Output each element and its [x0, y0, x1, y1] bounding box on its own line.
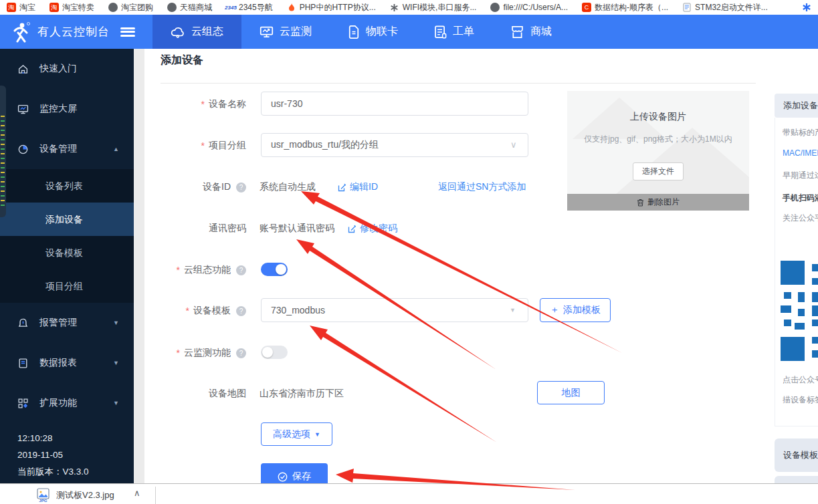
- page-title: 添加设备: [161, 53, 203, 68]
- bookmark-item[interactable]: PHP中的HTTP协议...: [287, 2, 376, 13]
- bookmark-item[interactable]: 天猫商城: [167, 2, 212, 13]
- required-mark: *: [201, 140, 205, 151]
- edit-id-link[interactable]: 编辑ID: [338, 181, 378, 193]
- add-template-button[interactable]: ＋ 添加模板: [540, 298, 611, 322]
- help-text: 点击公众号: [783, 374, 818, 386]
- help-text: 早期通过这: [783, 170, 818, 181]
- sidebar-item-label: 监控大屏: [39, 103, 77, 115]
- sidebar-item-label: 设备管理: [39, 143, 77, 155]
- clock-date: 2019-11-05: [17, 447, 89, 463]
- bookmark-item[interactable]: file:///C:/Users/A...: [490, 3, 568, 12]
- map-button[interactable]: 地图: [537, 381, 605, 404]
- plus-icon: ＋: [550, 304, 559, 316]
- sidebar-item-device-template[interactable]: 设备模板: [0, 236, 134, 269]
- sidebar-item-label: 扩展功能: [39, 397, 77, 409]
- cloud-monitor-label: * 云监测功能 ?: [139, 347, 246, 359]
- help-text: 手机扫码添: [783, 193, 818, 204]
- bookmark-label: 淘宝特卖: [62, 2, 94, 13]
- device-template-label: * 设备模板 ?: [139, 305, 246, 317]
- mac-imei-link[interactable]: MAC/IMEI: [783, 148, 818, 158]
- required-mark: *: [201, 99, 205, 110]
- required-mark: *: [177, 348, 180, 358]
- bookmark-item[interactable]: 2345 2345导航: [226, 2, 273, 13]
- brand: 有人云控制台: [0, 21, 152, 43]
- sidebar-item-device-management[interactable]: 设备管理 ▲: [0, 129, 134, 169]
- sidebar-item-monitor-screen[interactable]: 监控大屏: [0, 89, 134, 129]
- page: 淘 淘宝 淘 淘宝特卖 淘宝团购 天猫商城 2345 2345导航 PHP中的H…: [0, 0, 818, 504]
- sidebar-item-data-report[interactable]: 数据报表 ▼: [0, 343, 134, 383]
- help-icon[interactable]: ?: [236, 265, 246, 275]
- sidebar-item-project-group[interactable]: 项目分组: [0, 269, 134, 303]
- device-map-value: 山东省济南市历下区: [260, 388, 344, 400]
- right-panel-header-device-template[interactable]: 设备模板: [775, 438, 818, 472]
- device-template-select[interactable]: [261, 298, 528, 322]
- sidebar-item-alarm-management[interactable]: 报警管理 ▼: [0, 303, 134, 343]
- wechat-qr-code: [781, 261, 818, 361]
- alarm-bell-icon: [17, 318, 29, 329]
- docked-widget-handle[interactable]: [0, 86, 6, 217]
- project-group-select[interactable]: [261, 133, 528, 157]
- help-icon[interactable]: ?: [236, 306, 246, 316]
- bookmark-label: PHP中的HTTP协议...: [300, 2, 376, 13]
- tab-cloud-monitor[interactable]: 云监测: [241, 15, 330, 49]
- tab-label: 物联卡: [366, 25, 398, 39]
- chevron-down-icon: ∨: [510, 140, 517, 150]
- tab-iot-card[interactable]: 物联卡: [330, 15, 416, 49]
- change-password-link[interactable]: 修改密码: [348, 223, 397, 235]
- delete-image-button[interactable]: 删除图片: [567, 194, 749, 211]
- flame-icon: [287, 3, 296, 12]
- bookmark-label: file:///C:/Users/A...: [503, 3, 568, 12]
- sidebar-item-quick-start[interactable]: 快速入门: [0, 49, 134, 89]
- tab-mall[interactable]: 商城: [492, 15, 570, 49]
- comm-password-label: 通讯密码: [139, 223, 246, 235]
- document-icon: [682, 3, 692, 12]
- svg-text:JPG: JPG: [39, 498, 47, 503]
- cloud-scada-toggle[interactable]: [261, 263, 288, 276]
- bookmark-item[interactable]: WIFI模块,串口服务...: [390, 2, 477, 13]
- expand-caret-icon[interactable]: ▼: [113, 320, 119, 326]
- bookmark-item[interactable]: C 数据结构-顺序表（...: [582, 2, 668, 13]
- help-icon[interactable]: ?: [236, 182, 246, 193]
- sidebar-clock: 12:10:28 2019-11-05 当前版本：V3.3.0: [17, 430, 89, 480]
- tab-work-order[interactable]: 工单: [416, 15, 492, 49]
- asterisk-icon: [390, 3, 399, 12]
- device-name-input[interactable]: [261, 92, 528, 116]
- sidebar-item-add-device[interactable]: 添加设备: [0, 203, 134, 236]
- cloud-monitor-toggle[interactable]: [261, 346, 288, 359]
- globe-icon: [490, 3, 500, 12]
- bookmark-item[interactable]: STM32启动文件详...: [682, 2, 768, 13]
- taobao-icon: 淘: [7, 3, 16, 12]
- monitor-icon: [260, 25, 274, 38]
- file-menu-chevron-icon[interactable]: ∧: [134, 488, 140, 498]
- caret-down-icon: ▼: [510, 307, 516, 313]
- app-title: 有人云控制台: [37, 24, 110, 39]
- collapse-caret-icon[interactable]: ▲: [113, 146, 119, 152]
- bookmark-item[interactable]: 淘宝团购: [108, 2, 153, 13]
- expand-caret-icon[interactable]: ▼: [113, 400, 119, 406]
- help-icon[interactable]: ?: [236, 348, 246, 358]
- advanced-options-button[interactable]: 高级选项 ▼: [261, 422, 332, 446]
- tab-cloud-scada[interactable]: 云组态: [152, 15, 241, 49]
- right-panel-header-add-device[interactable]: 添加设备: [775, 94, 818, 118]
- file-name: 测试板V2.3.jpg: [56, 489, 114, 501]
- red-arrow-device-id: [301, 191, 622, 353]
- upload-hint: 仅支持jpg、gif、png格式；大小为1M以内: [567, 134, 749, 145]
- downloaded-file-item[interactable]: JPG 测试板V2.3.jpg: [37, 488, 114, 502]
- sidebar-item-device-list[interactable]: 设备列表: [0, 169, 134, 203]
- back-to-sn-link[interactable]: 返回通过SN方式添加: [438, 181, 526, 193]
- usr-logo-icon: [11, 21, 31, 43]
- bookmark-item[interactable]: 淘 淘宝: [7, 2, 35, 13]
- bookmark-item[interactable]: 淘 淘宝特卖: [49, 2, 94, 13]
- storefront-icon: [510, 25, 524, 39]
- choose-file-button[interactable]: 选择文件: [633, 162, 684, 180]
- bookmark-label: STM32启动文件详...: [695, 2, 768, 13]
- bookmark-item[interactable]: [802, 3, 811, 12]
- hamburger-menu-icon[interactable]: [120, 27, 135, 37]
- sidebar-item-extensions[interactable]: 扩展功能 ▼: [0, 383, 134, 423]
- upload-device-image-panel: 上传设备图片 仅支持jpg、gif、png格式；大小为1M以内 选择文件 删除图…: [567, 91, 749, 211]
- jpg-file-icon: JPG: [37, 488, 49, 502]
- expand-caret-icon[interactable]: ▼: [113, 360, 119, 366]
- cloud-icon: [171, 26, 185, 38]
- csdn-icon: C: [582, 3, 591, 12]
- device-map-label: 设备地图: [139, 388, 246, 400]
